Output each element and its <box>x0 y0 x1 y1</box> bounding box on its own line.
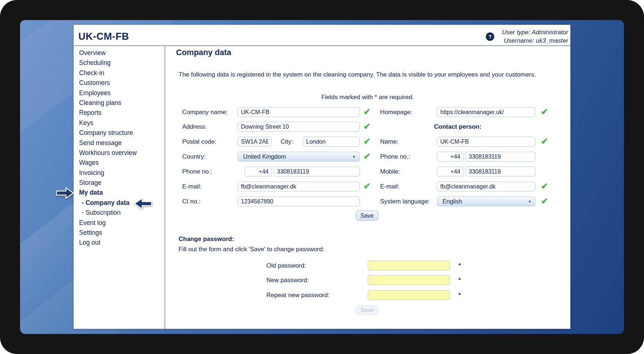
change-password-title: Change password: <box>179 236 234 243</box>
header-divider <box>74 46 570 46</box>
new-password-label: New password: <box>266 275 309 285</box>
user-type-text: User type: Administrator <box>502 28 568 36</box>
username-text: Username: uk3_master <box>502 36 568 45</box>
chevron-down-icon: ▼ <box>352 155 356 159</box>
contact-phone-input[interactable] <box>465 152 535 162</box>
form-row: Country: United Kingdom ▼ ✔ Phone no.: <box>74 152 570 162</box>
homepage-label: Homepage: <box>380 107 412 117</box>
contact-person-heading: Contact person: <box>380 122 535 132</box>
valid-check-icon: ✔ <box>541 136 548 147</box>
city-input[interactable] <box>303 137 360 147</box>
valid-check-icon: ✔ <box>363 151 371 162</box>
old-password-label: Old password: <box>266 261 306 271</box>
sidebar-item-check-in[interactable]: Check-in <box>79 68 163 78</box>
valid-check-icon: ✔ <box>363 106 371 117</box>
contact-mobile-input[interactable] <box>465 167 535 176</box>
page-title: Company data <box>176 48 231 57</box>
country-select-value: United Kingdom <box>243 153 286 160</box>
contact-email-label: E-mail: <box>380 182 399 191</box>
contact-name-input[interactable] <box>437 137 535 147</box>
contact-name-label: Name: <box>380 137 398 147</box>
system-language-label: System language: <box>380 197 430 206</box>
sidebar-item-customers[interactable]: Customers <box>79 78 163 88</box>
change-password-instruction: Fill out the form and click 'Save' to ch… <box>179 246 324 253</box>
email-input[interactable] <box>238 182 360 191</box>
old-password-input[interactable] <box>368 261 450 271</box>
contact-phone-label: Phone no.: <box>380 152 410 162</box>
sidebar-item-settings[interactable]: Settings <box>79 228 163 238</box>
homepage-input[interactable] <box>437 107 535 117</box>
sidebar-item-subscription[interactable]: - Subscription <box>79 208 163 218</box>
system-language-select-value: English <box>442 198 462 205</box>
callout-arrow-left-icon <box>133 198 152 209</box>
address-input[interactable] <box>238 122 360 132</box>
sidebar-item-cleaning-plans[interactable]: Cleaning plans <box>79 98 163 108</box>
app-title: UK-CM-FB <box>78 31 129 42</box>
phone-label: Phone no.: <box>182 167 212 176</box>
screenshot-frame: UK-CM-FB ? User type: Administrator User… <box>0 0 644 354</box>
required-asterisk: * <box>458 261 461 271</box>
desktop-background: UK-CM-FB ? User type: Administrator User… <box>20 20 624 334</box>
sidebar-item-log-out[interactable]: Log out <box>79 238 163 248</box>
password-row: New password: * <box>74 275 570 285</box>
help-icon[interactable]: ? <box>486 32 494 41</box>
system-language-select[interactable]: English ▼ <box>437 197 535 206</box>
country-select[interactable]: United Kingdom ▼ <box>238 152 360 162</box>
password-row: Old password: * <box>74 261 570 271</box>
sidebar-item-overview[interactable]: Overview <box>79 48 163 58</box>
sidebar-item-employees[interactable]: Employees <box>79 88 163 98</box>
address-label: Address: <box>182 122 207 132</box>
question-mark-glyph: ? <box>488 34 492 40</box>
ci-no-label: CI no.: <box>182 197 200 206</box>
valid-check-icon: ✔ <box>363 181 371 192</box>
required-note: Fields marked with * are required. <box>165 94 570 101</box>
valid-check-icon: ✔ <box>363 136 371 147</box>
postal-code-input[interactable] <box>238 137 272 147</box>
contact-mobile-label: Mobile: <box>380 167 400 176</box>
app-window: UK-CM-FB ? User type: Administrator User… <box>74 25 570 329</box>
chevron-down-icon: ▼ <box>528 200 531 203</box>
form-row: Phone no.: Mobile: <box>74 167 570 176</box>
valid-check-icon: ✔ <box>541 106 548 117</box>
contact-phone-prefix-input[interactable] <box>437 152 464 162</box>
password-save-button[interactable]: Save <box>356 305 378 315</box>
country-label: Country: <box>182 152 206 162</box>
contact-mobile-prefix-input[interactable] <box>437 167 464 176</box>
sidebar-item-scheduling[interactable]: Scheduling <box>79 58 163 68</box>
form-row: Postal code: City: ✔ Name: ✔ <box>74 137 570 147</box>
repeat-password-label: Repeat new password: <box>266 290 329 300</box>
phone-input[interactable] <box>274 167 360 176</box>
page-description: The following data is registered in the … <box>179 71 538 79</box>
required-asterisk: * <box>458 290 461 300</box>
form-row: Address: ✔ Contact person: <box>74 122 570 132</box>
callout-arrow-right-icon <box>56 187 74 199</box>
password-row: Repeat new password: * <box>74 290 570 300</box>
city-label: City: <box>281 137 293 147</box>
sidebar-nav: Overview Scheduling Check-in Customers E… <box>79 48 163 248</box>
form-row: E-mail: ✔ E-mail: ✔ <box>74 182 570 191</box>
company-name-label: Company name: <box>182 107 228 117</box>
phone-prefix-input[interactable] <box>245 167 272 176</box>
email-label: E-mail: <box>182 182 202 191</box>
valid-check-icon: ✔ <box>363 121 371 132</box>
valid-check-icon: ✔ <box>541 196 548 207</box>
postal-code-label: Postal code: <box>182 137 216 147</box>
company-name-input[interactable] <box>238 107 360 117</box>
save-button[interactable]: Save <box>356 211 378 221</box>
new-password-input[interactable] <box>368 275 450 285</box>
form-row: Company name: ✔ Homepage: ✔ <box>74 107 570 117</box>
repeat-password-input[interactable] <box>368 290 450 300</box>
sidebar-item-event-log[interactable]: Event log <box>79 218 163 228</box>
valid-check-icon: ✔ <box>541 181 548 192</box>
ci-no-input[interactable] <box>238 197 360 206</box>
contact-email-input[interactable] <box>437 182 535 191</box>
user-info: User type: Administrator Username: uk3_m… <box>502 28 568 45</box>
required-asterisk: * <box>458 275 461 285</box>
